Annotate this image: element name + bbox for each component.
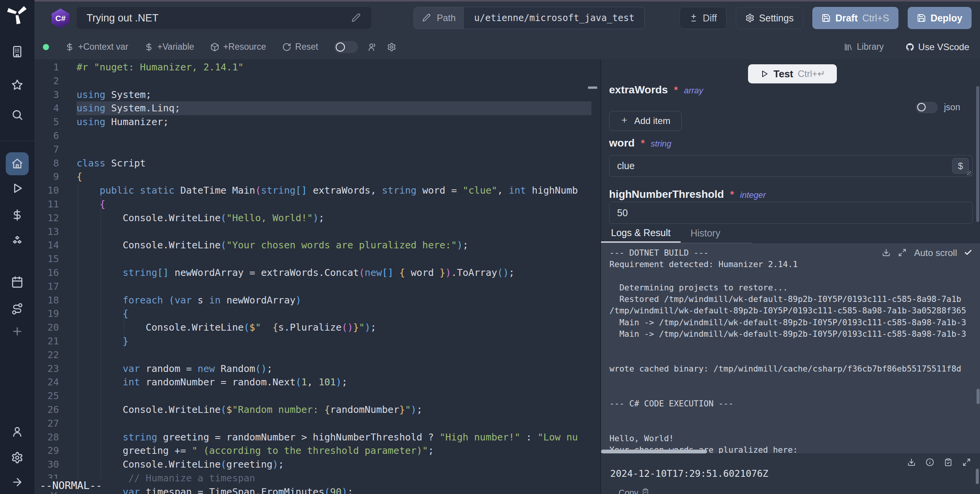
code-line-7[interactable]	[77, 143, 600, 157]
code-line-27[interactable]	[77, 417, 600, 430]
sidebar-item-arrow-right[interactable]	[0, 476, 34, 488]
github-icon	[905, 42, 915, 52]
code-line-6[interactable]	[77, 129, 600, 143]
code-line-26[interactable]: Console.WriteLine($"Random number: {rand…	[77, 403, 600, 417]
code-line-32[interactable]: var timespan = TimeSpan.FromMinutes(90);	[77, 485, 600, 494]
sidebar-item-building[interactable]	[0, 46, 34, 58]
sidebar-item-home[interactable]	[6, 152, 29, 175]
code-line-24[interactable]: int randomNumber = random.Next(1, 101);	[77, 375, 600, 389]
editor-settings-button[interactable]	[387, 42, 396, 52]
result-scrollbar[interactable]	[976, 469, 979, 484]
code-line-9[interactable]: {	[77, 170, 600, 184]
word-input[interactable]: clue $	[609, 155, 973, 177]
logs-horizontal-scrollbar[interactable]	[601, 450, 707, 453]
logs-vertical-scrollbar[interactable]	[977, 389, 980, 404]
path-label-group: Path	[414, 7, 464, 29]
code-line-25[interactable]	[77, 389, 600, 403]
code-line-28[interactable]: string greeting = randomNumber > highNum…	[77, 430, 600, 444]
code-line-13[interactable]	[77, 225, 600, 239]
sidebar-item-gear[interactable]	[0, 452, 34, 464]
tab-history[interactable]: History	[681, 224, 730, 243]
download-result-icon[interactable]	[907, 458, 916, 467]
log-controls: Auto scroll	[882, 248, 973, 258]
insert-variable-button[interactable]: $	[952, 158, 969, 174]
code-line-12[interactable]: Console.WriteLine("Hello, World!");	[77, 211, 600, 225]
refresh-icon	[282, 42, 291, 52]
sidebar-item-plus[interactable]	[0, 325, 34, 337]
autoscroll-check-icon[interactable]	[964, 248, 973, 258]
sidebar-item-star[interactable]	[0, 79, 34, 91]
add-variable-button[interactable]: +Variable	[144, 42, 194, 52]
code-line-2[interactable]	[77, 74, 600, 88]
assistant-toggle[interactable]	[334, 41, 358, 53]
sidebar-item-calendar[interactable]	[0, 276, 34, 288]
code-line-1[interactable]: #r "nuget: Humanizer, 2.14.1"	[77, 60, 600, 74]
use-vscode-button[interactable]: Use VScode	[905, 42, 969, 52]
path-field[interactable]: Path u/etienne/microsoft_java_test	[413, 7, 645, 29]
script-title-input[interactable]: Trying out .NET	[77, 7, 371, 29]
code-line-10[interactable]: public static DateTime Main(string[] ext…	[77, 184, 600, 197]
code-line-21[interactable]: }	[77, 334, 600, 348]
code-line-30[interactable]: Console.WriteLine(greeting);	[77, 458, 600, 471]
path-value[interactable]: u/etienne/microsoft_java_test	[464, 7, 644, 29]
clipboard-icon[interactable]	[944, 458, 953, 467]
tab-logs-result[interactable]: Logs & Result	[601, 224, 681, 243]
deploy-button[interactable]: Deploy	[908, 7, 972, 29]
code-line-15[interactable]	[77, 252, 600, 266]
gear-icon	[745, 13, 755, 23]
code-editor[interactable]: 1234567891011121314151617181920212223242…	[34, 59, 600, 494]
threshold-input[interactable]: 50	[609, 202, 973, 224]
resize-handle[interactable]	[967, 171, 972, 176]
form-scrollbar[interactable]	[976, 86, 979, 222]
download-logs-icon[interactable]	[882, 248, 891, 258]
path-label: Path	[437, 13, 456, 23]
library-button[interactable]: Library	[844, 42, 884, 52]
code-line-18[interactable]: foreach (var s in newWordArray)	[77, 293, 600, 307]
diff-button[interactable]: Diff	[679, 7, 727, 29]
sidebar-item-play[interactable]	[0, 182, 34, 194]
logs-panel[interactable]: --- DOTNET BUILD ---Requirement detected…	[601, 243, 980, 453]
code-line-19[interactable]: {	[77, 307, 600, 321]
sidebar-item-boxes[interactable]	[0, 235, 34, 247]
add-item-button[interactable]: Add item	[609, 111, 682, 131]
reset-button[interactable]: Reset	[282, 42, 318, 52]
code-line-31[interactable]: // Humanize a timespan	[77, 471, 600, 485]
code-line-8[interactable]: class Script	[77, 157, 600, 170]
editor-toolbar: +Context var +Variable +Resource Reset	[34, 34, 980, 59]
package-icon	[210, 42, 219, 52]
overview-ruler-mark	[588, 86, 597, 89]
code-line-20[interactable]: Console.WriteLine($" {s.Pluralize()}");	[77, 321, 600, 334]
code-line-22[interactable]	[77, 348, 600, 362]
result-panel: 2024-12-10T17:29:51.6021076Z Copy	[601, 454, 980, 494]
add-context-var-button[interactable]: +Context var	[65, 42, 128, 52]
edit-title-pencil-icon[interactable]	[351, 13, 361, 23]
code-line-4[interactable]: using System.Linq;	[77, 101, 600, 115]
code-line-17[interactable]	[77, 280, 600, 293]
copy-button[interactable]: Copy	[619, 488, 651, 494]
edit-path-pencil-icon	[422, 13, 431, 23]
add-resource-button[interactable]: +Resource	[210, 42, 266, 52]
settings-button[interactable]: Settings	[736, 7, 803, 29]
code-content[interactable]: #r "nuget: Humanizer, 2.14.1" using Syst…	[77, 60, 600, 494]
sidebar-item-dollar[interactable]	[0, 209, 34, 221]
diff-icon	[689, 13, 698, 23]
code-line-23[interactable]: var random = new Random();	[77, 362, 600, 376]
code-line-11[interactable]: {	[77, 197, 600, 211]
windmill-logo-icon[interactable]	[7, 3, 28, 24]
code-line-14[interactable]: Console.WriteLine("Your chosen words are…	[77, 238, 600, 252]
code-line-3[interactable]: using System;	[77, 88, 600, 102]
json-toggle[interactable]	[916, 102, 938, 113]
expand-result-icon[interactable]	[962, 458, 972, 467]
info-icon[interactable]	[926, 458, 935, 467]
sidebar-item-search[interactable]	[0, 109, 34, 121]
code-line-16[interactable]: string[] newWordArray = extraWords.Conca…	[77, 266, 600, 280]
sidebar-item-route[interactable]	[0, 303, 34, 315]
test-button[interactable]: Test Ctrl+↵	[748, 64, 837, 83]
field-label-threshold: highNumberThreshold* integer	[609, 188, 766, 201]
sidebar-item-user[interactable]	[0, 426, 34, 438]
code-line-5[interactable]: using Humanizer;	[77, 115, 600, 129]
collaborators-button[interactable]	[368, 42, 377, 52]
expand-logs-icon[interactable]	[898, 248, 907, 258]
code-line-29[interactable]: greeting += " (according to the threshol…	[77, 444, 600, 458]
draft-button[interactable]: Draft Ctrl+S	[812, 7, 898, 29]
